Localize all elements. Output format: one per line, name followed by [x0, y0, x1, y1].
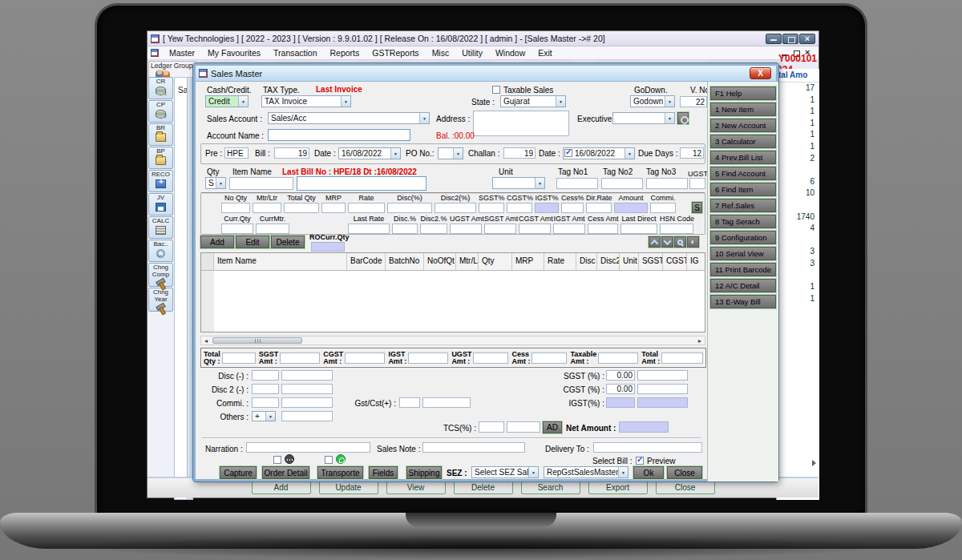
shortcut-button[interactable]: 5 Find Account [710, 167, 776, 180]
gst-cst-pct-input[interactable] [399, 397, 420, 408]
sidebar-item-cr[interactable]: CR [148, 77, 173, 99]
taxable-sales-checkbox[interactable] [492, 86, 500, 94]
item-grid-column-header[interactable]: CGST [663, 253, 687, 270]
amount-grid-row[interactable]: 6 [777, 176, 819, 188]
entry-input[interactable] [535, 203, 559, 213]
entry-calc-field[interactable] [256, 224, 289, 234]
amount-grid-row[interactable]: 2 [777, 153, 819, 165]
entry-calc-field[interactable] [553, 224, 585, 234]
delivery-to-input[interactable] [593, 442, 702, 453]
shortcut-button[interactable]: 6 Find Item [710, 183, 776, 196]
amount-grid-row[interactable]: 1 [777, 141, 819, 153]
amount-grid-row[interactable]: 3 [777, 246, 819, 258]
dialog-close-icon[interactable]: X [750, 67, 771, 79]
entry-input[interactable] [348, 203, 385, 213]
disc2-amt-input[interactable] [281, 384, 333, 394]
sidebar-item-reco[interactable]: RECO [148, 170, 173, 192]
preview-checkbox[interactable] [636, 457, 644, 465]
maximize-icon[interactable] [782, 34, 798, 44]
shortcut-button[interactable]: F1 Help [710, 87, 776, 100]
sidebar-item-backup[interactable]: Bac.. [148, 240, 173, 262]
amount-grid-row[interactable] [777, 199, 819, 212]
entry-input[interactable] [221, 203, 250, 213]
menu-item[interactable]: GSTReports [366, 47, 424, 58]
entry-calc-field[interactable] [484, 224, 516, 234]
item-grid-column-header[interactable]: Disc2 [597, 253, 620, 270]
close-button[interactable]: Close [667, 466, 702, 479]
sales-account-select[interactable]: Sales/Acc [268, 112, 430, 124]
total-value-field[interactable] [598, 353, 638, 364]
amount-grid-row[interactable]: 1740 [777, 212, 819, 224]
entry-input[interactable] [253, 203, 281, 213]
menu-item[interactable]: Misc [426, 47, 455, 58]
whatsapp-checkbox[interactable] [325, 456, 333, 464]
gst-cst-amt-input[interactable] [422, 397, 471, 408]
ugst-input[interactable] [689, 178, 705, 189]
tcs-pct-input[interactable] [479, 421, 504, 433]
ok-button[interactable]: Ok [633, 466, 664, 479]
edit-button[interactable]: Edit [236, 236, 269, 248]
entry-input[interactable] [284, 203, 319, 213]
challan-date-select[interactable]: 16/08/2022 [563, 147, 635, 159]
total-value-field[interactable] [280, 353, 320, 364]
fields-button[interactable]: Fields [369, 466, 398, 479]
sales-note-input[interactable] [422, 442, 525, 453]
item-grid-column-header[interactable]: NoOfQt [424, 253, 456, 270]
entry-input[interactable] [507, 203, 532, 213]
qty-input[interactable] [229, 177, 293, 190]
background-action-button[interactable]: Add [252, 481, 311, 494]
report-select[interactable]: RepGstSalesMaster [544, 466, 629, 478]
total-value-field[interactable] [408, 353, 448, 364]
amount-grid-row[interactable]: 1 [777, 95, 819, 107]
total-value-field[interactable] [345, 353, 385, 364]
executive-settings-icon[interactable] [677, 112, 689, 124]
item-grid-column-header[interactable]: Rate [544, 253, 576, 270]
due-days-input[interactable] [680, 147, 704, 159]
po-no-select[interactable] [438, 147, 463, 159]
account-name-input[interactable] [268, 129, 410, 141]
disc-amt-input[interactable] [281, 370, 333, 381]
total-value-field[interactable] [473, 353, 508, 364]
item-grid-column-header[interactable]: Mtr/L [456, 253, 479, 270]
prefix-input[interactable] [224, 147, 249, 159]
shipping-button[interactable]: Shipping [406, 466, 442, 479]
shortcut-button[interactable]: 10 Serial View [710, 247, 776, 260]
scroll-right-icon[interactable] [695, 336, 705, 344]
voucher-no-input[interactable] [680, 96, 707, 107]
scroll-left-icon[interactable] [201, 336, 211, 344]
entry-input[interactable] [586, 203, 612, 213]
contrast-icon[interactable]: ◐ [687, 236, 699, 248]
order-detail-button[interactable]: Order Detail [262, 466, 309, 479]
sgst-pct-input[interactable] [606, 370, 635, 381]
others-amt-input[interactable] [281, 411, 333, 421]
sgst-amt-input[interactable] [637, 370, 688, 381]
rocurr-qty-field[interactable] [311, 242, 345, 252]
delete-button[interactable]: Delete [271, 236, 305, 248]
sez-select[interactable]: Select SEZ Sales [471, 466, 539, 478]
background-action-button[interactable]: Export [588, 481, 648, 494]
sidebar-item-cp[interactable]: CP [148, 100, 173, 123]
transport-button[interactable]: Transporte [317, 466, 363, 479]
item-grid-column-header[interactable]: Item Name [214, 253, 347, 270]
sms-checkbox[interactable] [273, 456, 281, 464]
commission-amt-input[interactable] [281, 397, 333, 408]
others-op-select[interactable]: + [252, 411, 276, 421]
shortcut-button[interactable]: 11 Print Barcode [710, 263, 776, 276]
entry-calc-field[interactable] [588, 224, 618, 234]
bill-date-select[interactable]: 16/08/2022 [338, 147, 401, 159]
shortcut-button[interactable]: 2 New Account [710, 119, 776, 132]
entry-calc-field[interactable] [392, 224, 418, 234]
total-value-field[interactable] [222, 353, 256, 364]
menu-item[interactable]: Transaction [268, 47, 322, 58]
entry-input[interactable] [479, 203, 504, 213]
background-action-button[interactable]: Update [319, 481, 378, 494]
igst-amt-field[interactable] [637, 397, 688, 408]
tcs-amt-input[interactable] [507, 421, 540, 433]
entry-calc-field[interactable] [519, 224, 551, 234]
amount-grid-row[interactable] [777, 270, 819, 282]
amount-grid-row[interactable]: 1 [777, 281, 819, 293]
entry-calc-field[interactable] [660, 224, 693, 234]
background-action-button[interactable]: Search [521, 481, 580, 494]
bill-no-input[interactable] [274, 147, 309, 159]
item-grid-column-header[interactable]: Qty [479, 253, 512, 270]
